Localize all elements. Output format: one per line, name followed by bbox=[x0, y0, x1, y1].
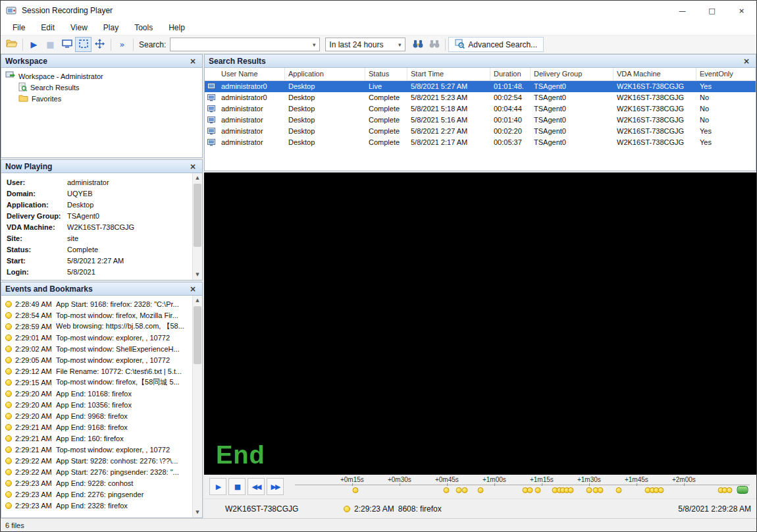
event-item[interactable]: 2:29:22 AMApp Start: 9228: conhost: 2276… bbox=[4, 455, 191, 466]
event-item[interactable]: 2:29:02 AMTop-most window: ShellExperien… bbox=[4, 343, 191, 354]
menu-view[interactable]: View bbox=[63, 21, 95, 34]
column-header[interactable]: Status bbox=[365, 68, 407, 80]
event-item[interactable]: 2:29:12 AMFile Rename: 10772: C:\test\6.… bbox=[4, 365, 191, 377]
result-cell: 00:02:54 bbox=[490, 92, 531, 103]
column-header[interactable]: Delivery Group bbox=[531, 68, 613, 80]
scroll-down-icon[interactable]: ▼ bbox=[193, 270, 202, 280]
timeline-event-marker[interactable] bbox=[527, 487, 533, 493]
search-result-row[interactable]: administrator0DesktopComplete5/8/2021 5:… bbox=[205, 92, 756, 103]
timeline-event-marker[interactable] bbox=[568, 487, 574, 493]
result-cell: Desktop bbox=[285, 115, 365, 126]
column-header[interactable]: User Name bbox=[218, 68, 285, 80]
event-item[interactable]: 2:29:15 AMTop-most window: firefox,【58同城… bbox=[4, 377, 191, 388]
event-item[interactable]: 2:29:20 AMApp End: 10356: firefox bbox=[4, 399, 191, 410]
events-close-icon[interactable]: × bbox=[188, 284, 198, 294]
player-play-button[interactable]: ▶ bbox=[209, 478, 226, 495]
result-cell: No bbox=[696, 103, 756, 115]
timeline-event-marker[interactable] bbox=[658, 487, 664, 493]
player-rewind-button[interactable]: ◀◀ bbox=[248, 478, 265, 495]
timeline-event-marker[interactable] bbox=[727, 487, 733, 493]
player-fast-forward-button[interactable]: ▶▶ bbox=[267, 478, 284, 495]
event-item[interactable]: 2:29:21 AMApp End: 160: firefox bbox=[4, 433, 191, 444]
search-result-row[interactable]: administratorDesktopComplete5/8/2021 5:1… bbox=[205, 103, 756, 115]
close-button[interactable]: × bbox=[727, 1, 756, 20]
event-text: Top-most window: explorer, , 10772 bbox=[56, 446, 191, 454]
time-filter-dropdown[interactable]: In last 24 hours ▾ bbox=[325, 38, 405, 51]
tree-node-label: Workspace - Administrator bbox=[18, 72, 103, 80]
menu-tools[interactable]: Tools bbox=[126, 21, 161, 34]
result-cell: 5/8/2021 5:27 AM bbox=[407, 81, 490, 92]
timeline-event-marker[interactable] bbox=[461, 487, 467, 493]
scroll-down-icon[interactable]: ▼ bbox=[193, 508, 202, 518]
event-item[interactable]: 2:29:23 AMApp End: 9228: conhost bbox=[4, 477, 191, 489]
event-item[interactable]: 2:29:05 AMTop-most window: explorer, , 1… bbox=[4, 354, 191, 365]
event-item[interactable]: 2:29:22 AMApp Start: 2276: pingsender: 2… bbox=[4, 466, 191, 477]
fullscreen-toggle-button[interactable] bbox=[59, 37, 75, 52]
open-file-button[interactable] bbox=[3, 37, 20, 52]
event-item[interactable]: 2:29:20 AMApp End: 9968: firefox bbox=[4, 410, 191, 421]
more-toolbar-button[interactable]: » bbox=[114, 37, 130, 52]
timeline-event-marker[interactable] bbox=[586, 487, 592, 493]
event-item[interactable]: 2:28:49 AMApp Start: 9168: firefox: 2328… bbox=[4, 298, 191, 309]
video-playback-area[interactable]: End bbox=[204, 173, 756, 475]
column-header[interactable]: Application bbox=[285, 68, 365, 80]
find-next-button[interactable] bbox=[409, 37, 426, 52]
timeline-event-marker[interactable] bbox=[535, 487, 541, 493]
now-playing-scrollbar[interactable]: ▲ ▼ bbox=[192, 173, 202, 280]
event-item[interactable]: 2:28:59 AMWeb browsing: https://bj.58.co… bbox=[4, 321, 191, 332]
tree-node-search-results[interactable]: Search Results bbox=[5, 82, 202, 93]
scroll-up-icon[interactable]: ▲ bbox=[193, 173, 202, 183]
search-result-row[interactable]: administratorDesktopComplete5/8/2021 2:2… bbox=[205, 126, 756, 137]
maximize-button[interactable]: □ bbox=[697, 1, 727, 20]
chevron-down-icon[interactable]: ▾ bbox=[394, 41, 405, 48]
search-result-row[interactable]: administratorDesktopComplete5/8/2021 2:1… bbox=[205, 137, 756, 148]
column-header[interactable]: VDA Machine bbox=[613, 68, 696, 80]
column-header[interactable]: Start Time bbox=[407, 68, 490, 80]
column-header[interactable]: Duration bbox=[490, 68, 531, 80]
event-item[interactable]: 2:29:01 AMTop-most window: explorer, , 1… bbox=[4, 332, 191, 343]
search-combobox[interactable]: ▾ bbox=[170, 38, 320, 51]
scroll-up-icon[interactable]: ▲ bbox=[193, 296, 202, 306]
tree-node-workspace-root[interactable]: Workspace - Administrator bbox=[5, 70, 202, 82]
minimize-button[interactable]: — bbox=[667, 1, 697, 20]
tree-node-favorites[interactable]: Favorites bbox=[5, 93, 202, 104]
timeline-event-marker[interactable] bbox=[456, 487, 461, 493]
timeline-label: +1m45s bbox=[625, 476, 648, 483]
event-item[interactable]: 2:28:54 AMTop-most window: firefox, Mozi… bbox=[4, 309, 191, 321]
timeline-event-marker[interactable] bbox=[597, 487, 603, 493]
event-item[interactable]: 2:29:20 AMApp End: 10168: firefox bbox=[4, 388, 191, 399]
timeline-slider-handle[interactable] bbox=[737, 486, 748, 494]
menu-edit[interactable]: Edit bbox=[33, 21, 63, 34]
timeline-event-marker[interactable] bbox=[444, 487, 450, 493]
player-stop-button[interactable]: ■ bbox=[228, 478, 246, 495]
menu-help[interactable]: Help bbox=[161, 21, 193, 34]
timeline-event-marker[interactable] bbox=[616, 487, 622, 493]
search-result-row[interactable]: administratorDesktopComplete5/8/2021 5:1… bbox=[205, 115, 756, 126]
search-results-close-icon[interactable]: × bbox=[741, 57, 752, 66]
event-item[interactable]: 2:29:21 AMTop-most window: explorer, , 1… bbox=[4, 444, 191, 455]
timeline-event-marker[interactable] bbox=[478, 487, 484, 493]
pan-window-button[interactable] bbox=[91, 37, 108, 52]
find-previous-button[interactable] bbox=[426, 37, 442, 52]
event-item[interactable]: 2:29:23 AMApp End: 2328: firefox bbox=[4, 500, 191, 511]
stop-toolbar-button[interactable]: ■ bbox=[42, 37, 59, 52]
now-playing-close-icon[interactable]: × bbox=[188, 162, 198, 171]
menu-play[interactable]: Play bbox=[95, 21, 126, 34]
column-header[interactable]: EventOnly bbox=[696, 68, 756, 80]
event-item[interactable]: 2:29:23 AMApp End: 2276: pingsender bbox=[4, 489, 191, 500]
chevron-down-icon[interactable]: ▾ bbox=[309, 41, 319, 48]
events-scrollbar[interactable]: ▲ ▼ bbox=[192, 296, 202, 518]
events-list: 2:28:49 AMApp Start: 9168: firefox: 2328… bbox=[4, 298, 191, 511]
play-toolbar-button[interactable]: ▶ bbox=[26, 37, 42, 52]
seek-timeline[interactable]: +0m15s+0m30s+0m45s+1m00s+1m15s+1m30s+1m4… bbox=[295, 475, 752, 498]
advanced-search-button[interactable]: Advanced Search... bbox=[448, 37, 544, 52]
timeline-event-marker[interactable] bbox=[352, 487, 358, 493]
tree-node-label: Search Results bbox=[30, 84, 80, 92]
menu-file[interactable]: File bbox=[5, 21, 33, 34]
scale-to-fit-button[interactable] bbox=[75, 37, 91, 52]
workspace-close-icon[interactable]: × bbox=[188, 57, 198, 66]
event-item[interactable]: 2:29:21 AMApp End: 9168: firefox bbox=[4, 421, 191, 433]
scrollbar-thumb[interactable] bbox=[194, 306, 201, 364]
search-result-row[interactable]: administrator0DesktopLive5/8/2021 5:27 A… bbox=[205, 81, 756, 92]
scrollbar-thumb[interactable] bbox=[194, 184, 201, 247]
